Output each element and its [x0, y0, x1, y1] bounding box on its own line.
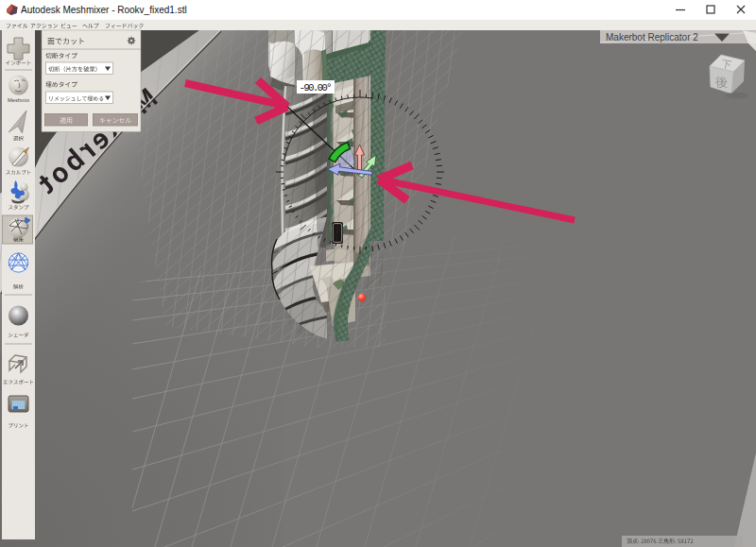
svg-text:Autodesk Meshmixer - Rookv_fix: Autodesk Meshmixer - Rookv_fixed1.stl: [21, 5, 187, 15]
svg-text:-90.00°: -90.00°: [300, 82, 333, 94]
svg-text:Meshmix: Meshmix: [8, 97, 29, 103]
svg-text:Makerbot Replicator 2: Makerbot Replicator 2: [606, 32, 698, 43]
